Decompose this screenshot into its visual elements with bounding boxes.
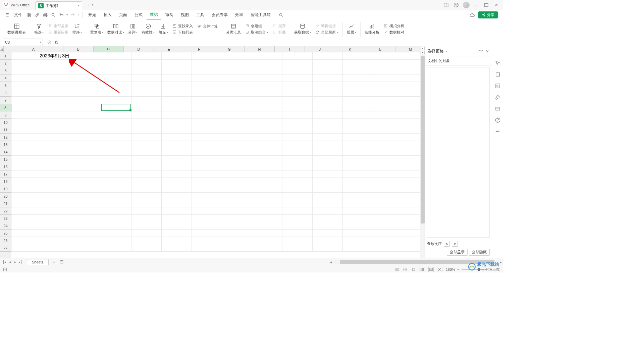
pin-icon[interactable] <box>479 49 483 54</box>
cell[interactable] <box>282 215 313 222</box>
cell[interactable] <box>343 60 373 67</box>
cell[interactable] <box>101 89 131 97</box>
cell[interactable] <box>373 82 403 89</box>
cell[interactable] <box>373 156 403 163</box>
cell[interactable] <box>252 178 282 185</box>
sheet-next-icon[interactable]: ▸ <box>13 260 17 264</box>
cell[interactable] <box>192 60 222 67</box>
column-header[interactable]: L <box>365 46 395 52</box>
sheet-first-icon[interactable]: ⎮◂ <box>2 260 7 264</box>
cell[interactable] <box>343 82 373 89</box>
cell[interactable] <box>313 74 343 82</box>
cell[interactable] <box>373 89 403 97</box>
cell[interactable] <box>101 170 131 178</box>
name-box[interactable]: C8 ▾ <box>3 39 43 46</box>
scroll-down-button[interactable]: ▾ <box>421 51 425 54</box>
cell[interactable] <box>282 207 313 215</box>
hscroll-left-icon[interactable]: ◂ <box>329 260 333 264</box>
cell[interactable] <box>192 104 222 111</box>
cell[interactable] <box>313 163 343 170</box>
link-icon[interactable] <box>34 12 40 18</box>
cell[interactable] <box>71 200 101 207</box>
dropdown-list-button[interactable]: 下拉列表 <box>171 30 194 35</box>
cell[interactable] <box>282 52 313 60</box>
cell[interactable] <box>192 141 222 148</box>
cell[interactable] <box>162 67 192 74</box>
cell[interactable] <box>131 119 162 126</box>
tools-icon[interactable] <box>494 94 501 101</box>
cell[interactable] <box>162 104 192 111</box>
cell[interactable] <box>101 200 131 207</box>
cell[interactable] <box>252 237 282 244</box>
cell[interactable] <box>71 244 101 252</box>
cell[interactable] <box>192 215 222 222</box>
cell[interactable] <box>131 52 162 60</box>
cell[interactable] <box>313 244 343 252</box>
doc-tab[interactable]: S 工作簿1 <box>35 1 82 10</box>
row-header[interactable]: 1 <box>0 52 11 60</box>
cell[interactable] <box>192 230 222 237</box>
cell[interactable] <box>282 200 313 207</box>
cell[interactable] <box>11 185 71 193</box>
cell[interactable] <box>71 230 101 237</box>
cell[interactable] <box>373 193 403 200</box>
cell[interactable] <box>343 200 373 207</box>
fill-button[interactable]: 填充▾ <box>158 22 169 36</box>
cell[interactable] <box>222 193 252 200</box>
cell[interactable] <box>282 134 313 141</box>
cell[interactable] <box>131 222 162 230</box>
cell[interactable] <box>71 74 101 82</box>
cell[interactable] <box>192 156 222 163</box>
cell[interactable] <box>11 207 71 215</box>
row-header[interactable]: 3 <box>0 67 11 74</box>
cell[interactable] <box>282 111 313 119</box>
cell[interactable] <box>162 178 192 185</box>
cell[interactable] <box>282 170 313 178</box>
view-normal-button[interactable] <box>411 267 416 272</box>
cell[interactable] <box>282 119 313 126</box>
undo-dropdown-icon[interactable]: ▾ <box>66 13 68 16</box>
cell[interactable] <box>252 148 282 156</box>
cell[interactable] <box>343 215 373 222</box>
cell[interactable] <box>71 111 101 119</box>
cell[interactable] <box>222 156 252 163</box>
cell[interactable]: 2023年9月3日 <box>11 52 71 60</box>
column-header[interactable]: K <box>335 46 365 52</box>
cell[interactable] <box>192 126 222 134</box>
avatar-icon[interactable] <box>463 2 470 8</box>
cell[interactable] <box>252 193 282 200</box>
cell[interactable] <box>101 156 131 163</box>
cell[interactable] <box>282 126 313 134</box>
cell[interactable] <box>11 193 71 200</box>
cell[interactable] <box>11 200 71 207</box>
cell[interactable] <box>343 207 373 215</box>
row-header[interactable]: 22 <box>0 207 11 215</box>
cell[interactable] <box>373 207 403 215</box>
row-header[interactable]: 15 <box>0 156 11 163</box>
view-reading-button[interactable] <box>428 267 434 272</box>
view-page-button[interactable] <box>420 267 425 272</box>
cell[interactable] <box>252 215 282 222</box>
cell[interactable] <box>222 222 252 230</box>
cell[interactable] <box>282 244 313 252</box>
cell[interactable] <box>252 82 282 89</box>
cell[interactable] <box>252 141 282 148</box>
eye-icon[interactable] <box>395 267 399 272</box>
row-header[interactable]: 26 <box>0 237 11 244</box>
column-header[interactable]: J <box>305 46 335 52</box>
column-header[interactable]: E <box>154 46 184 52</box>
send-backward-button[interactable]: ∨ <box>452 241 458 247</box>
maximize-button[interactable] <box>483 2 490 8</box>
cell[interactable] <box>162 193 192 200</box>
cell[interactable] <box>162 60 192 67</box>
add-sheet-button[interactable]: + <box>51 259 57 265</box>
column-header[interactable]: A <box>4 46 63 52</box>
menu-start[interactable]: 开始 <box>85 11 100 19</box>
stocks-button[interactable]: 股票▾ <box>346 22 357 36</box>
cell[interactable] <box>252 126 282 134</box>
cell[interactable] <box>131 230 162 237</box>
cell[interactable] <box>162 185 192 193</box>
group-create-button[interactable]: 创建组 <box>244 23 269 29</box>
cell[interactable] <box>192 67 222 74</box>
cell[interactable] <box>101 60 131 67</box>
